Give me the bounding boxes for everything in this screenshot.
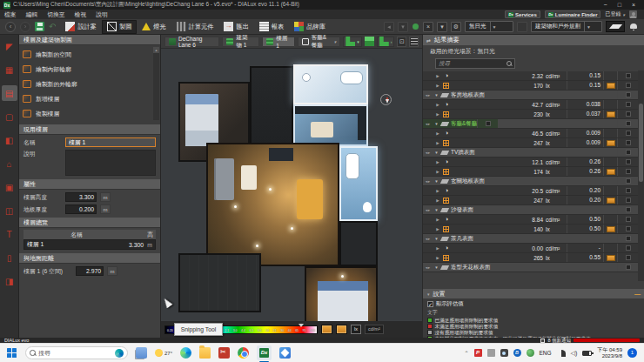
expander-icon[interactable]: ▶ — [435, 141, 440, 145]
expander-icon[interactable]: ▶ — [435, 227, 440, 231]
text-tool-icon[interactable]: T — [2, 226, 17, 242]
visibility-toggle-icon[interactable]: ◄► — [425, 151, 433, 155]
result-value-row[interactable]: ▶ 174 lx 0.26 — [423, 167, 638, 177]
checkbox-checked-icon[interactable]: ✓ — [427, 301, 433, 307]
surface-group-row[interactable]: ◄► ▼ 造型天花板表面 — [423, 263, 638, 272]
visibility-toggle-icon[interactable]: ◄► — [425, 122, 433, 126]
breadcrumb-room[interactable]: 客廳&餐廳 ▾ — [298, 37, 341, 47]
view-3d-button[interactable] — [606, 21, 625, 32]
expander-icon[interactable]: ▶ — [435, 103, 440, 107]
close-button[interactable]: × — [632, 2, 635, 8]
result-value-row[interactable]: ▶ 247 lx 0.009 — [423, 138, 638, 148]
row-checkbox[interactable] — [626, 159, 631, 164]
tool-list-item[interactable]: 繪製新的空間 — [23, 47, 151, 62]
row-checkbox[interactable] — [626, 131, 631, 136]
expander-icon[interactable]: ▶ — [435, 256, 440, 260]
cdm2-unit-button[interactable]: cd/m² — [365, 325, 384, 334]
clear-selection-button[interactable]: × — [423, 22, 433, 32]
edge-browser-icon[interactable] — [180, 347, 191, 359]
forward-button[interactable]: › — [20, 22, 30, 32]
expander-icon[interactable]: ▶ — [435, 112, 440, 117]
panel-splitter-icon[interactable]: ⇄ — [426, 37, 431, 44]
menu-item[interactable]: 檔案 — [4, 10, 17, 19]
falsecolor-swatch-button[interactable] — [321, 325, 332, 334]
scroll-up-icon[interactable]: ▲ — [153, 47, 159, 53]
expander-icon[interactable]: ▶ — [435, 189, 440, 193]
breadcrumb-floor[interactable]: 樓層 1 — [262, 37, 294, 47]
row-checkbox[interactable] — [626, 207, 631, 212]
menu-item[interactable]: 說明 — [96, 10, 108, 19]
result-value-row[interactable]: ▶ 265 lx 0.55 — [423, 253, 638, 263]
menu-item[interactable]: 檢視 — [75, 10, 87, 19]
row-checkbox[interactable] — [626, 102, 631, 107]
results-scrollbar[interactable] — [638, 70, 644, 281]
mode-button[interactable]: 品牌庫 — [289, 20, 331, 34]
ceiling-tool-icon[interactable]: ▣ — [2, 179, 17, 195]
bluetooth-icon[interactable]: B — [513, 349, 521, 357]
tool-list-scrollbar[interactable]: ▲ — [153, 47, 159, 120]
falsecolor-swatch[interactable] — [607, 140, 615, 146]
login-status-dropdown[interactable]: 已登錄▾ — [605, 10, 625, 18]
row-checkbox[interactable] — [626, 121, 631, 126]
result-value-row[interactable]: ▶ 12.1 cd/m² 0.26 — [423, 158, 638, 167]
camera-tray-icon[interactable] — [500, 349, 508, 357]
row-checkbox[interactable] — [626, 226, 631, 231]
floor-plan-canvas[interactable] — [161, 49, 422, 320]
visibility-toggle-icon[interactable]: ◄► — [425, 237, 433, 241]
pdf-app-tray-icon[interactable]: P — [474, 349, 482, 357]
compass-icon[interactable] — [380, 94, 392, 105]
tray-expand-icon[interactable]: ⌃ — [464, 350, 468, 356]
solid-view-icon[interactable] — [365, 37, 374, 46]
result-value-row[interactable]: ▶ 2.32 cd/m² 0.15 — [423, 71, 638, 81]
breadcrumb-building[interactable]: 建築物 1 — [222, 37, 259, 47]
row-checkbox[interactable] — [626, 150, 631, 155]
tool-list-item[interactable]: 繪製新的外輪廓 — [23, 77, 151, 91]
menu-item[interactable]: 編輯 — [26, 10, 38, 19]
falsecolor-swatch[interactable] — [607, 255, 615, 261]
scale-marker[interactable] — [299, 324, 304, 327]
mode-button[interactable]: 計算元件 — [171, 20, 219, 34]
snipping-tool-icon[interactable] — [218, 347, 230, 359]
falsecolor-swatch[interactable] — [607, 198, 615, 204]
expander-icon[interactable]: ▶ — [435, 170, 440, 174]
result-value-row[interactable]: ▶ 20.5 cd/m² 0.20 — [423, 186, 638, 196]
row-checkbox[interactable] — [626, 169, 631, 174]
row-checkbox[interactable] — [626, 83, 631, 88]
falsecolor-swatch[interactable] — [607, 169, 615, 175]
settings-handle-icon[interactable]: — — [634, 291, 641, 297]
floor-name-input[interactable]: 樓層 1 — [65, 137, 156, 147]
file-explorer-icon[interactable] — [199, 347, 211, 359]
row-checkbox[interactable] — [626, 255, 631, 260]
door-tool-icon[interactable]: ▯ — [2, 250, 17, 265]
column-tool-icon[interactable]: ◫ — [2, 203, 17, 218]
settings-header[interactable]: ▾ 設置 — — [423, 289, 644, 298]
surface-group-row[interactable]: ◄► ▼ 客房地板表面 — [423, 90, 638, 100]
overview-row[interactable]: 樓層 1 3.300 m — [23, 239, 156, 250]
collapse-icon[interactable]: ▼ — [433, 265, 439, 270]
window-tool-icon[interactable]: ◨ — [2, 273, 17, 289]
mode-button[interactable]: 匯出 — [218, 20, 253, 34]
services-button[interactable]: DxServices — [505, 10, 540, 18]
view-dropdown-button[interactable]: ▾ — [398, 22, 408, 32]
back-button[interactable]: ‹ — [5, 22, 16, 32]
wall-tool-icon[interactable]: ◧ — [2, 132, 17, 148]
falsecolor-swatch[interactable] — [607, 111, 615, 117]
expander-icon[interactable]: ▶ — [435, 74, 440, 78]
result-value-row[interactable]: ▶ 42.7 cd/m² 0.038 — [423, 100, 638, 110]
row-checkbox[interactable] — [626, 265, 631, 270]
notification-badge[interactable]: 1 — [627, 348, 637, 358]
battery-icon[interactable] — [582, 351, 592, 356]
visibility-toggle-icon[interactable]: ◄► — [425, 93, 433, 97]
row-checkbox[interactable] — [626, 140, 631, 145]
collapse-icon[interactable]: ▼ — [433, 151, 439, 155]
save-button[interactable] — [35, 22, 44, 31]
scene-options-button[interactable] — [517, 22, 527, 32]
fit-view-button[interactable]: ⊡ — [397, 37, 406, 47]
volume-icon[interactable]: ◁) — [571, 349, 578, 357]
language-indicator[interactable]: ENG — [540, 350, 552, 356]
dialux-taskbar-icon-active[interactable]: Dx — [257, 345, 272, 360]
collapse-icon[interactable]: ▼ — [433, 93, 439, 97]
visibility-toggle-icon[interactable]: ◄► — [425, 179, 433, 184]
floor-building-tool-icon[interactable]: ▤ — [2, 85, 17, 101]
row-checkbox[interactable] — [626, 217, 631, 222]
